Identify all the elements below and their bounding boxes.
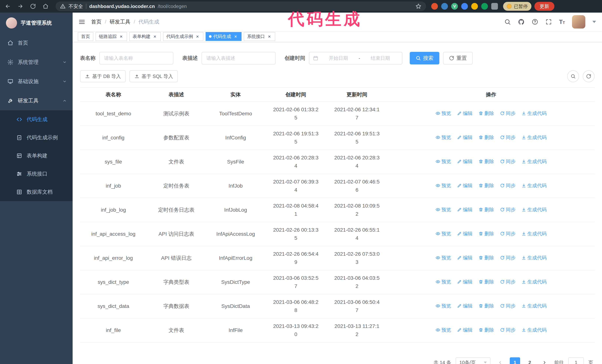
sidebar-item-system-management[interactable]: 系统管理 (0, 52, 73, 72)
action-preview-link[interactable]: 预览 (435, 254, 451, 262)
sidebar-item-form-builder[interactable]: 表单构建 (0, 147, 73, 165)
action-edit-link[interactable]: 编辑 (457, 229, 473, 238)
action-generate-link[interactable]: 生成代码 (521, 254, 547, 262)
action-generate-link[interactable]: 生成代码 (521, 157, 547, 166)
action-generate-link[interactable]: 生成代码 (521, 133, 547, 141)
action-sync-link[interactable]: 同步 (500, 302, 516, 310)
sidebar-item-home[interactable]: 首页 (0, 33, 73, 52)
tab-close-icon[interactable]: × (118, 34, 124, 39)
help-icon[interactable] (532, 19, 538, 25)
action-sync-link[interactable]: 同步 (500, 206, 516, 214)
browser-extension-icon[interactable] (471, 3, 478, 10)
action-sync-link[interactable]: 同步 (500, 229, 516, 238)
page-size-select[interactable]: 10条/页 (456, 357, 491, 364)
tab-form-builder[interactable]: 表单构建 × (129, 32, 161, 41)
action-sync-link[interactable]: 同步 (500, 133, 516, 141)
action-generate-link[interactable]: 生成代码 (521, 229, 547, 238)
action-preview-link[interactable]: 预览 (435, 326, 451, 334)
start-date-placeholder[interactable]: 开始日期 (321, 55, 356, 62)
tab-codegen-example[interactable]: 代码生成示例 × (163, 32, 203, 41)
action-delete-link[interactable]: 删除 (478, 278, 494, 286)
action-edit-link[interactable]: 编辑 (457, 206, 473, 214)
reload-icon[interactable] (30, 3, 36, 10)
browser-extension-icon[interactable] (481, 3, 488, 10)
toggle-search-button[interactable] (567, 70, 579, 82)
tab-system-api[interactable]: 系统接口 × (244, 32, 275, 41)
sidebar-item-database-docs[interactable]: 数据库文档 (0, 183, 73, 201)
paused-badge[interactable]: 已暂停 (503, 2, 531, 11)
action-edit-link[interactable]: 编辑 (457, 109, 473, 117)
action-preview-link[interactable]: 预览 (435, 206, 451, 214)
sidebar-item-infrastructure[interactable]: 基础设施 (0, 72, 73, 91)
browser-update-button[interactable]: 更新 (534, 2, 554, 11)
action-edit-link[interactable]: 编辑 (457, 181, 473, 190)
action-sync-link[interactable]: 同步 (500, 326, 516, 334)
home-icon[interactable] (42, 3, 49, 10)
refresh-table-button[interactable] (583, 70, 595, 82)
tab-close-icon[interactable]: × (195, 34, 200, 39)
tab-home[interactable]: 首页 (78, 32, 93, 41)
sidebar-item-codegen-example[interactable]: 代码生成示例 (0, 128, 73, 147)
action-edit-link[interactable]: 编辑 (457, 326, 473, 334)
action-delete-link[interactable]: 删除 (478, 206, 494, 214)
tab-code-generation[interactable]: 代码生成 × (206, 32, 242, 41)
breadcrumb-dev-tools[interactable]: 研发工具 (110, 18, 130, 25)
extensions-puzzle-icon[interactable] (491, 3, 498, 10)
tab-close-icon[interactable]: × (267, 34, 272, 39)
action-generate-link[interactable]: 生成代码 (521, 302, 547, 310)
forward-icon[interactable] (17, 3, 24, 10)
action-sync-link[interactable]: 同步 (500, 109, 516, 117)
vue-devtools-extension-icon[interactable]: V (451, 3, 458, 10)
action-edit-link[interactable]: 编辑 (457, 133, 473, 141)
import-sql-button[interactable]: 基于 SQL 导入 (129, 70, 178, 82)
action-preview-link[interactable]: 预览 (435, 157, 451, 166)
action-delete-link[interactable]: 删除 (478, 326, 494, 334)
end-date-placeholder[interactable]: 结束日期 (362, 55, 398, 62)
browser-extension-icon[interactable] (441, 3, 448, 10)
bookmark-star-icon[interactable] (415, 3, 422, 10)
action-delete-link[interactable]: 删除 (478, 181, 494, 190)
action-delete-link[interactable]: 删除 (478, 157, 494, 166)
goto-page-input[interactable] (568, 357, 584, 364)
table-desc-input[interactable] (202, 52, 276, 64)
action-generate-link[interactable]: 生成代码 (521, 109, 547, 117)
tab-close-icon[interactable]: × (233, 34, 238, 39)
app-logo[interactable]: 芋道管理系统 (0, 13, 73, 33)
sidebar-item-code-generation[interactable]: 代码生成 (0, 110, 73, 128)
browser-extension-icon[interactable] (431, 3, 438, 10)
table-name-input[interactable] (99, 52, 173, 64)
reset-button[interactable]: 重置 (443, 52, 473, 64)
back-icon[interactable] (4, 3, 11, 10)
action-delete-link[interactable]: 删除 (478, 133, 494, 141)
action-edit-link[interactable]: 编辑 (457, 254, 473, 262)
action-edit-link[interactable]: 编辑 (457, 278, 473, 286)
action-preview-link[interactable]: 预览 (435, 302, 451, 310)
action-delete-link[interactable]: 删除 (478, 302, 494, 310)
action-sync-link[interactable]: 同步 (500, 181, 516, 190)
action-preview-link[interactable]: 预览 (435, 181, 451, 190)
action-delete-link[interactable]: 删除 (478, 254, 494, 262)
action-preview-link[interactable]: 预览 (435, 229, 451, 238)
prev-page-button[interactable] (495, 357, 505, 364)
fullscreen-icon[interactable] (545, 19, 552, 25)
action-edit-link[interactable]: 编辑 (457, 302, 473, 310)
font-size-icon[interactable]: TT (559, 19, 565, 25)
page-button-1[interactable]: 1 (510, 357, 520, 364)
hamburger-icon[interactable] (73, 19, 91, 25)
action-delete-link[interactable]: 删除 (478, 229, 494, 238)
action-preview-link[interactable]: 预览 (435, 278, 451, 286)
action-preview-link[interactable]: 预览 (435, 109, 451, 117)
tab-tracing[interactable]: 链路追踪 × (96, 32, 127, 41)
sidebar-item-system-api[interactable]: 系统接口 (0, 165, 73, 183)
action-generate-link[interactable]: 生成代码 (521, 181, 547, 190)
browser-extension-icon[interactable] (461, 3, 468, 10)
github-icon[interactable] (518, 19, 525, 25)
import-db-button[interactable]: 基于 DB 导入 (80, 70, 126, 82)
action-preview-link[interactable]: 预览 (435, 133, 451, 141)
action-delete-link[interactable]: 删除 (478, 109, 494, 117)
sidebar-item-dev-tools[interactable]: 研发工具 (0, 91, 73, 110)
action-edit-link[interactable]: 编辑 (457, 157, 473, 166)
action-generate-link[interactable]: 生成代码 (521, 206, 547, 214)
address-bar[interactable]: 不安全 dashboard.yudao.iocoder.cn/tool/code… (55, 1, 426, 11)
next-page-button[interactable] (539, 357, 550, 364)
